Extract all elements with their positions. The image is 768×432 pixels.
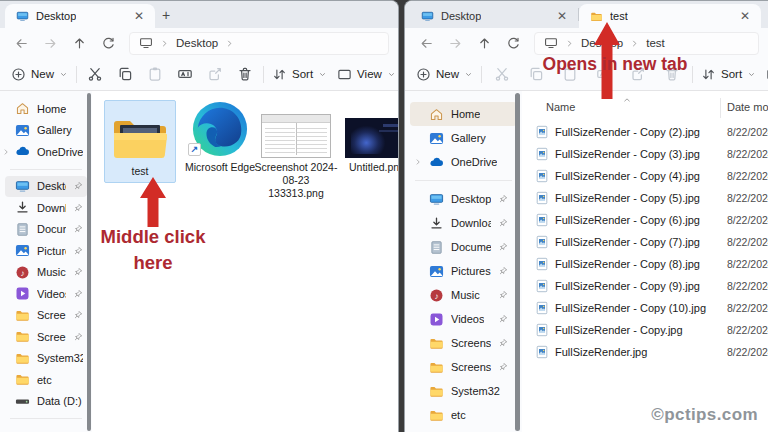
breadcrumb-item-test[interactable]: test xyxy=(646,37,665,49)
file-row[interactable]: FullSizeRender.jpg 8/22/2024 xyxy=(522,341,768,363)
tab-desktop[interactable]: Desktop ✕ xyxy=(5,4,155,28)
desktop-item-untitled-png[interactable]: Untitled.png xyxy=(340,100,398,174)
column-header-date[interactable]: Date modified xyxy=(727,101,768,113)
sidebar-item-data-d-[interactable]: Data (D:) xyxy=(5,391,87,413)
tab-close-icon[interactable]: ✕ xyxy=(737,10,753,22)
column-header-name[interactable]: Name xyxy=(546,101,575,113)
sidebar-item-screenshots[interactable]: Screenshots xyxy=(5,305,87,327)
videos-icon xyxy=(15,286,30,301)
sidebar-item-gallery[interactable]: Gallery xyxy=(410,126,517,150)
delete-button[interactable] xyxy=(230,62,260,86)
sidebar-item-pictures[interactable]: Pictures xyxy=(410,259,517,283)
jpg-file-icon xyxy=(535,279,549,293)
jpg-file-icon xyxy=(535,169,549,183)
refresh-icon xyxy=(506,36,521,51)
rename-button[interactable] xyxy=(170,62,200,86)
breadcrumb[interactable]: Desktop xyxy=(129,32,389,55)
sidebar-item-onedrive[interactable]: OneDrive xyxy=(410,150,517,174)
sidebar-item-screenshots[interactable]: Screenshots xyxy=(410,331,517,355)
file-row[interactable]: FullSizeRender - Copy (6).jpg 8/22/2024 xyxy=(522,209,768,231)
desktop-item-screenshot-2024-08-23-133313-png[interactable]: Screenshot 2024-08-23 133313.png xyxy=(254,100,338,200)
pin-icon xyxy=(498,242,508,252)
sidebar-item-downloads[interactable]: Downloads xyxy=(5,197,87,219)
view-button[interactable]: View xyxy=(332,63,399,86)
back-icon[interactable] xyxy=(9,31,33,55)
sidebar-item-downloads[interactable]: Downloads xyxy=(410,211,517,235)
sidebar-item-label: Screenshots xyxy=(451,361,491,373)
folder-icon xyxy=(429,384,444,399)
sidebar-item-onedrive[interactable]: OneDrive xyxy=(5,141,87,163)
refresh-icon[interactable] xyxy=(501,31,525,55)
jpg-file-icon xyxy=(535,301,549,315)
sidebar-item-music[interactable]: ♪ Music xyxy=(5,262,87,284)
sidebar-item-screenshots[interactable]: Screenshots xyxy=(5,326,87,348)
sidebar-item-desktop[interactable]: Desktop xyxy=(5,176,87,198)
desktop-item-microsoft-edge[interactable]: ↗ Microsoft Edge xyxy=(180,100,260,174)
file-row[interactable]: FullSizeRender - Copy (2).jpg 8/22/2024 xyxy=(522,121,768,143)
sidebar-separator xyxy=(10,169,82,170)
music-icon: ♪ xyxy=(15,265,30,280)
sidebar-item-etc[interactable]: etc xyxy=(410,403,517,427)
file-row[interactable]: FullSizeRender - Copy (4).jpg 8/22/2024 xyxy=(522,165,768,187)
tab-bar: Desktop ✕ test ✕ xyxy=(405,1,768,28)
file-row[interactable]: FullSizeRender - Copy (8).jpg 8/22/2024 xyxy=(522,253,768,275)
sidebar-item-videos[interactable]: Videos xyxy=(5,283,87,305)
file-row[interactable]: FullSizeRender - Copy (5).jpg 8/22/2024 xyxy=(522,187,768,209)
sidebar-item-gallery[interactable]: Gallery xyxy=(5,120,87,142)
up-icon xyxy=(477,36,492,51)
file-name: FullSizeRender - Copy (5).jpg xyxy=(555,192,700,204)
sidebar-item-music[interactable]: ♪ Music xyxy=(410,283,517,307)
forward-icon[interactable] xyxy=(443,31,467,55)
sidebar-item-documents[interactable]: Documents xyxy=(410,235,517,259)
desktop-icon xyxy=(16,10,29,23)
refresh-icon[interactable] xyxy=(96,31,120,55)
column-divider[interactable] xyxy=(720,98,721,118)
file-row[interactable]: FullSizeRender - Copy (7).jpg 8/22/2024 xyxy=(522,231,768,253)
pin-icon xyxy=(498,290,508,300)
view-button[interactable] xyxy=(761,63,768,86)
sidebar-item-label: Screenshots xyxy=(37,331,66,343)
new-tab-button[interactable]: + xyxy=(155,4,177,26)
folder-content-test: Name Date modified FullSizeRender - Copy… xyxy=(522,91,768,432)
sidebar-item-documents[interactable]: Documents xyxy=(5,219,87,241)
up-icon[interactable] xyxy=(472,31,496,55)
up-icon[interactable] xyxy=(67,31,91,55)
sidebar-item-home[interactable]: Home xyxy=(5,98,87,120)
pictures-icon xyxy=(429,264,444,279)
jpg-file-icon xyxy=(535,257,549,271)
breadcrumb[interactable]: Desktoptest xyxy=(534,32,759,55)
desktop-item-test[interactable]: test xyxy=(104,100,176,183)
back-icon[interactable] xyxy=(414,31,438,55)
file-row[interactable]: FullSizeRender - Copy.jpg 8/22/2024 xyxy=(522,319,768,341)
sidebar-item-label: Pictures xyxy=(451,265,491,277)
cut-button[interactable] xyxy=(80,62,110,86)
copy-button[interactable] xyxy=(110,62,140,86)
tab-close-icon[interactable]: ✕ xyxy=(554,10,570,22)
sidebar-item-etc[interactable]: etc xyxy=(5,369,87,391)
folder-icon xyxy=(15,308,30,323)
new-button[interactable]: New xyxy=(411,63,478,86)
sidebar-item-system32[interactable]: System32 xyxy=(410,379,517,403)
sort-button[interactable]: Sort xyxy=(696,63,761,86)
tab-label: test xyxy=(610,10,628,22)
forward-icon[interactable] xyxy=(38,31,62,55)
tab-desktop[interactable]: Desktop ✕ xyxy=(410,4,578,28)
sidebar-item-system32[interactable]: System32 xyxy=(5,348,87,370)
tab-close-icon[interactable]: ✕ xyxy=(131,10,147,22)
sort-button[interactable]: Sort xyxy=(267,63,332,86)
sidebar-item-home[interactable]: Home xyxy=(410,102,517,126)
new-button[interactable]: New xyxy=(6,63,73,86)
onedrive-icon xyxy=(15,144,30,159)
sidebar-item-screenshots[interactable]: Screenshots xyxy=(410,355,517,379)
file-row[interactable]: FullSizeRender - Copy (9).jpg 8/22/2024 xyxy=(522,275,768,297)
file-row[interactable]: FullSizeRender - Copy (3).jpg 8/22/2024 xyxy=(522,143,768,165)
forward-icon xyxy=(43,36,58,51)
new-icon xyxy=(416,67,431,82)
new-label: New xyxy=(31,68,54,80)
sidebar-item-desktop[interactable]: Desktop xyxy=(410,187,517,211)
file-row[interactable]: FullSizeRender - Copy (10).jpg 8/22/2024 xyxy=(522,297,768,319)
sidebar-item-pictures[interactable]: Pictures xyxy=(5,240,87,262)
sidebar-scrollbar[interactable] xyxy=(515,93,520,431)
breadcrumb-item-desktop[interactable]: Desktop xyxy=(176,37,218,49)
sidebar-item-videos[interactable]: Videos xyxy=(410,307,517,331)
